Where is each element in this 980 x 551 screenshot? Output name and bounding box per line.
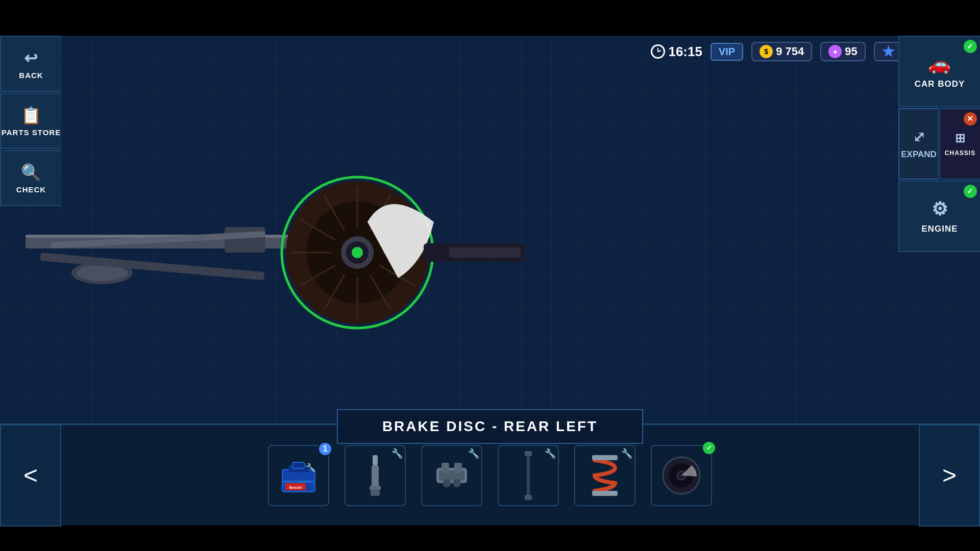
svg-rect-36	[372, 465, 379, 488]
svg-rect-45	[527, 451, 530, 500]
svg-point-12	[351, 246, 363, 259]
svg-rect-49	[592, 491, 618, 496]
prev-arrow-button[interactable]: <	[0, 424, 61, 527]
item-check-6: ✓	[703, 442, 715, 454]
svg-rect-42	[454, 463, 462, 473]
check-button[interactable]: 🔍 CHECK	[0, 150, 61, 206]
back-icon: ↩	[24, 48, 38, 68]
chassis-label: CHASSIS	[945, 149, 975, 157]
hud-timer: 16:15	[651, 44, 702, 60]
chassis-button[interactable]: ✕ ⊞ CHASSIS	[940, 108, 980, 180]
expand-chassis-row: ⤢ EXPAND ✕ ⊞ CHASSIS	[898, 108, 980, 180]
expand-button[interactable]: ⤢ EXPAND	[898, 108, 939, 180]
parts-store-label: PARTS STORE	[2, 128, 61, 137]
shock-absorber-icon	[357, 453, 393, 498]
coin-value: 9 754	[776, 45, 804, 58]
back-label: BACK	[19, 71, 43, 80]
svg-rect-30	[292, 462, 305, 468]
check-label: CHECK	[16, 185, 46, 194]
toolbox-icon: Bosch 🔧	[278, 455, 319, 496]
next-arrow-button[interactable]: >	[919, 424, 980, 527]
item-tool-icon-2: 🔧	[391, 448, 403, 459]
car-parts-area	[0, 36, 898, 449]
brake-rod-icon	[521, 450, 536, 501]
inventory-items-container: 1 Bosch 🔧 🔧	[61, 440, 919, 511]
coin-icon: $	[760, 45, 773, 58]
engine-label: ENGINE	[921, 224, 958, 234]
axle-assembly	[26, 227, 322, 284]
engine-check-badge: ✓	[964, 185, 977, 198]
svg-text:Bosch: Bosch	[289, 485, 302, 490]
chassis-icon: ⊞	[955, 131, 966, 145]
inventory-item-toolbox[interactable]: 1 Bosch 🔧	[268, 445, 329, 506]
item-tool-icon-5: 🔧	[621, 448, 632, 459]
svg-rect-47	[525, 495, 532, 500]
inventory-item-disc[interactable]: ✓	[651, 445, 712, 506]
parts-store-icon: 📋	[21, 106, 42, 125]
prev-arrow-icon: <	[23, 461, 38, 489]
engine-icon: ⚙	[932, 198, 948, 220]
timer-value: 16:15	[668, 44, 702, 60]
svg-text:🔧: 🔧	[306, 463, 316, 472]
inventory-item-shock[interactable]: 🔧	[345, 445, 406, 506]
svg-rect-46	[525, 451, 532, 456]
gem-icon: ♦	[828, 45, 842, 58]
svg-rect-41	[442, 463, 449, 473]
engine-button[interactable]: ✓ ⚙ ENGINE	[898, 181, 980, 252]
next-arrow-icon: >	[942, 461, 957, 489]
svg-point-43	[443, 479, 451, 487]
gem-display: ♦ 95	[820, 42, 865, 61]
expand-label: EXPAND	[901, 149, 937, 160]
left-sidebar: ↩ BACK 📋 PARTS STORE 🔍 CHECK	[0, 36, 61, 207]
part-label: BRAKE DISC - REAR LEFT	[337, 409, 643, 444]
bottom-bar	[0, 525, 980, 551]
part-label-text: BRAKE DISC - REAR LEFT	[382, 418, 598, 434]
expand-icon: ⤢	[913, 129, 925, 145]
right-sidebar: ✓ 🚗 CAR BODY ⤢ EXPAND ✕ ⊞ CHASSIS ✓ ⚙ EN…	[898, 36, 980, 252]
star-icon	[882, 45, 895, 58]
inventory-item-brake-rod[interactable]: 🔧	[498, 445, 559, 506]
inventory-item-caliper[interactable]: 🔧	[421, 445, 482, 506]
spring-icon	[590, 453, 620, 498]
svg-rect-48	[592, 455, 618, 460]
caliper-icon	[431, 455, 472, 496]
chassis-x-badge: ✕	[964, 112, 977, 126]
check-icon: 🔍	[21, 163, 42, 182]
back-button[interactable]: ↩ BACK	[0, 36, 61, 92]
vip-badge: VIP	[710, 43, 743, 61]
svg-rect-38	[370, 486, 381, 490]
parts-store-button[interactable]: 📋 PARTS STORE	[0, 93, 61, 149]
svg-rect-26	[449, 247, 521, 258]
top-bar	[0, 0, 980, 36]
svg-point-44	[453, 479, 461, 487]
svg-rect-35	[373, 455, 378, 465]
item-badge-1: 1	[318, 442, 332, 456]
clock-icon	[651, 44, 665, 59]
car-body-button[interactable]: ✓ 🚗 CAR BODY	[898, 36, 980, 107]
gem-value: 95	[845, 45, 857, 58]
disc-small-icon	[661, 455, 702, 496]
svg-rect-31	[283, 481, 314, 483]
car-body-icon: 🚗	[928, 54, 951, 75]
item-tool-icon-3: 🔧	[468, 448, 479, 459]
svg-rect-2	[225, 227, 265, 253]
item-tool-icon-4: 🔧	[545, 448, 556, 459]
car-body-check-badge: ✓	[964, 40, 977, 53]
coin-display: $ 9 754	[751, 42, 812, 61]
brake-disc-group	[282, 177, 526, 328]
car-body-label: CAR BODY	[915, 79, 965, 89]
inventory-item-spring[interactable]: 🔧	[574, 445, 635, 506]
